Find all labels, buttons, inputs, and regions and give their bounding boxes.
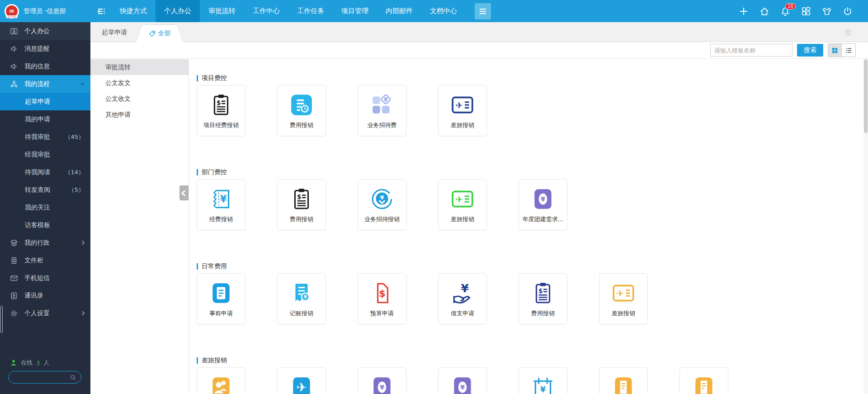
template-card[interactable]: ¥ (519, 367, 567, 394)
collapse-menu-button[interactable] (90, 0, 111, 22)
plus-icon[interactable] (739, 6, 749, 16)
menu-item-工作任务[interactable]: 工作任务 (288, 0, 333, 22)
ticket-plane-navy: ✈ (450, 93, 475, 117)
calendar-yen-blue: ¥ (531, 375, 555, 394)
content-scrollbar-thumb[interactable] (864, 59, 868, 133)
tab-draft-request[interactable]: 起草申请 (102, 22, 127, 42)
card-row: $项目经费报销费用报销¥业务招待费✈差旅报销 (197, 85, 868, 136)
sidebar-item-我的行政[interactable]: 我的行政 (0, 234, 90, 252)
template-card[interactable]: ¥ (438, 367, 487, 394)
person-icon (10, 359, 17, 366)
category-panel: 审批流转公文发文公文收文其他申请 (90, 59, 189, 394)
sidebar-item-访客模板[interactable]: 访客模板 (0, 216, 90, 234)
template-content: 项目费控$项目经费报销费用报销¥业务招待费✈差旅报销部门费控¥经费报销$费用报销… (189, 59, 868, 394)
app-window: ∞ 华天动力 管理员 -信息部 快捷方式个人办公审批流转工作中心工作任务项目管理… (0, 0, 868, 394)
tab-all-label: 全部 (158, 29, 171, 38)
doc-blue (209, 281, 233, 305)
sidebar-item-转发查阅[interactable]: 转发查阅（5） (0, 181, 90, 199)
template-card-事前申请[interactable]: 事前申请 (197, 273, 245, 324)
sidebar-item-label: 我的信息 (24, 62, 50, 71)
template-card-差旅报销[interactable]: ✈差旅报销 (438, 85, 487, 136)
template-card-业务招待费[interactable]: ¥业务招待费 (358, 85, 406, 136)
menu-item-审批流转[interactable]: 审批流转 (200, 0, 244, 22)
subnav-item-公文收文[interactable]: 公文收文 (90, 91, 189, 107)
template-card[interactable]: ✈ (277, 367, 326, 394)
toolbar: 搜索 (90, 42, 868, 59)
sidebar-item-label: 个人办公 (24, 27, 50, 35)
card-row: 事前申请¥记账报销$预算申请¥借支申请$费用报销✈差旅报销 (197, 273, 868, 324)
sidebar-item-label: 消息提醒 (24, 45, 50, 53)
sidebar-item-我的信息[interactable]: 我的信息 (0, 57, 90, 75)
subnav-item-其他申请[interactable]: 其他申请 (90, 107, 189, 123)
template-card[interactable] (599, 367, 648, 394)
sidebar-item-个人设置[interactable]: 个人设置 (0, 304, 90, 322)
home-icon[interactable] (760, 6, 769, 16)
menu-item-项目管理[interactable]: 项目管理 (333, 0, 377, 22)
sidebar-item-count: （5） (69, 186, 84, 194)
section-title: 日常费用 (197, 262, 868, 271)
sidebar-item-起草申请[interactable]: 起草申请 (0, 93, 90, 110)
plane-blue: ✈ (289, 375, 314, 394)
template-card-年度团建需求...[interactable]: ¥年度团建需求... (519, 179, 567, 230)
template-card-费用报销[interactable]: $费用报销 (519, 273, 567, 324)
section-title-text: 差旅报销 (202, 356, 227, 365)
subnav-item-公文发文[interactable]: 公文发文 (90, 75, 189, 91)
menu-item-快捷方式[interactable]: 快捷方式 (111, 0, 156, 22)
template-card-费用报销[interactable]: $费用报销 (277, 179, 326, 230)
favorite-star-icon[interactable] (844, 22, 852, 42)
template-card[interactable] (679, 367, 728, 394)
menu-item-文档中心[interactable]: 文档中心 (421, 0, 466, 22)
template-card[interactable]: ¥ (358, 367, 406, 394)
template-card[interactable] (197, 367, 245, 394)
search-icon[interactable] (70, 374, 76, 381)
sidebar-item-我的申请[interactable]: 我的申请 (0, 110, 90, 128)
sidebar-item-待我阅读[interactable]: 待我阅读（14） (0, 163, 90, 181)
sidebar-item-个人办公[interactable]: 个人办公 (0, 22, 90, 40)
sidebar-search-input[interactable] (13, 374, 70, 380)
template-card-借支申请[interactable]: ¥借支申请 (438, 273, 487, 324)
menu-item-内部邮件[interactable]: 内部邮件 (377, 0, 421, 22)
sidebar-item-消息提醒[interactable]: 消息提醒 (0, 40, 90, 57)
sidebar-item-手机短信[interactable]: 手机短信 (0, 269, 90, 287)
address-book-icon (10, 292, 18, 300)
more-menu-button[interactable] (475, 3, 491, 19)
search-button[interactable]: 搜索 (797, 44, 823, 57)
template-card-记账报销[interactable]: ¥记账报销 (277, 273, 326, 324)
layers-icon (10, 239, 18, 247)
brand-logo: ∞ 华天动力 (5, 4, 19, 19)
sidebar-item-待我审批[interactable]: 待我审批（45） (0, 128, 90, 146)
svg-text:¥: ¥ (541, 195, 545, 203)
template-card-项目经费报销[interactable]: $项目经费报销 (197, 85, 245, 136)
menu-item-工作中心[interactable]: 工作中心 (244, 0, 288, 22)
subnav-item-审批流转[interactable]: 审批流转 (90, 59, 189, 75)
sidebar-item-label: 我的行政 (24, 239, 50, 247)
svg-text:¥: ¥ (380, 384, 384, 391)
sidebar-scroll-thumb[interactable] (0, 306, 3, 333)
template-card-经费报销[interactable]: ¥经费报销 (197, 179, 245, 230)
template-card-差旅报销[interactable]: ✈差旅报销 (599, 273, 648, 324)
sidebar-item-我的流程[interactable]: 我的流程 (0, 75, 90, 93)
grid-view-button[interactable] (828, 44, 842, 57)
template-card-费用报销[interactable]: 费用报销 (277, 85, 326, 136)
apps-icon[interactable] (801, 6, 811, 16)
theme-icon[interactable] (822, 6, 832, 16)
template-card-差旅报销[interactable]: ✈差旅报销 (438, 179, 487, 230)
template-card-预算申请[interactable]: $预算申请 (358, 273, 406, 324)
tab-all[interactable]: 全部 (146, 24, 174, 42)
bell-icon[interactable]: 16 (780, 6, 790, 16)
template-card-业务招待报销[interactable]: ¥业务招待报销 (358, 179, 406, 230)
sidebar-item-经我审批[interactable]: 经我审批 (0, 146, 90, 163)
list-view-button[interactable] (842, 44, 855, 57)
sidebar-item-通讯录[interactable]: 通讯录 (0, 287, 90, 304)
section-title-text: 项目费控 (202, 74, 227, 82)
power-icon[interactable] (843, 6, 853, 16)
sidebar-item-我的关注[interactable]: 我的关注 (0, 199, 90, 216)
menu-item-个人办公[interactable]: 个人办公 (156, 0, 200, 22)
template-search-input[interactable] (710, 44, 793, 57)
card-label: 借支申请 (451, 309, 474, 318)
content-scrollbar[interactable] (863, 59, 868, 394)
online-suffix: 人 (43, 359, 49, 367)
panel-collapse-handle[interactable] (179, 185, 189, 200)
sidebar-item-文件柜[interactable]: 文件柜 (0, 252, 90, 269)
topbar: ∞ 华天动力 管理员 -信息部 快捷方式个人办公审批流转工作中心工作任务项目管理… (0, 0, 868, 22)
